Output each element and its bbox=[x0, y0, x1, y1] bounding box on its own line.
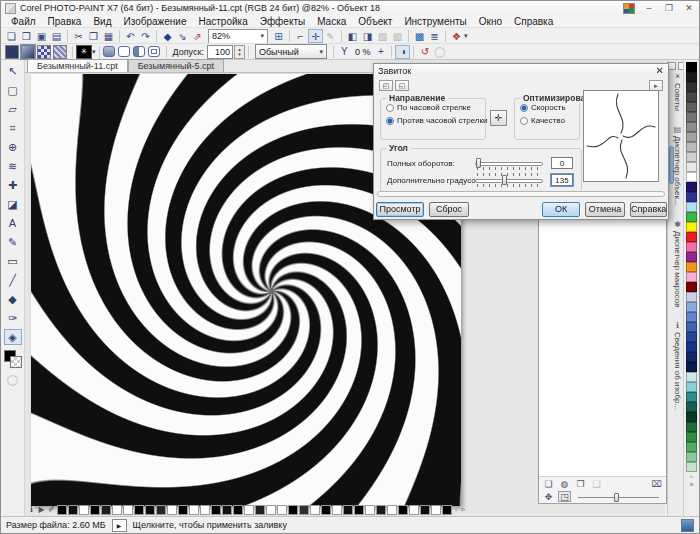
tab-document-1[interactable]: Безымянный-11.cpt bbox=[27, 59, 128, 72]
palette-overflow-icon[interactable]: » bbox=[461, 505, 465, 514]
dialog-title-bar[interactable]: Завиток ✕ bbox=[374, 64, 668, 77]
color-swatch[interactable] bbox=[686, 422, 697, 432]
docker-tab-macro-manager[interactable]: ✱ Диспетчер макросов bbox=[673, 220, 682, 308]
color-swatch[interactable] bbox=[686, 122, 697, 132]
color-swatch[interactable] bbox=[442, 505, 452, 515]
delete-object-button[interactable]: ⌧ bbox=[650, 478, 663, 489]
zoom-tool[interactable]: ⊕ bbox=[4, 139, 22, 155]
menu-item-window[interactable]: Окно bbox=[473, 16, 508, 27]
menu-item-object[interactable]: Объект bbox=[352, 16, 398, 27]
dialog-close-icon[interactable]: ✕ bbox=[656, 65, 664, 76]
color-swatch[interactable] bbox=[686, 352, 697, 362]
color-swatch[interactable] bbox=[189, 505, 199, 515]
color-swatch[interactable] bbox=[686, 262, 697, 272]
crop-tool[interactable]: ⌗ bbox=[4, 120, 22, 136]
print-icon[interactable]: ▤ bbox=[49, 29, 64, 43]
apply-arrow-icon[interactable]: ▶ bbox=[37, 505, 46, 514]
color-swatch[interactable] bbox=[686, 82, 697, 92]
launch-icon[interactable]: ❖ bbox=[449, 29, 464, 43]
radio-checked-icon[interactable] bbox=[386, 117, 394, 125]
fill-mode-normal-button[interactable] bbox=[103, 46, 115, 57]
cut-icon[interactable]: ✂ bbox=[71, 29, 86, 43]
menu-item-effects[interactable]: Эффекты bbox=[254, 16, 311, 27]
tolerance-spinner[interactable]: ▴ ▾ bbox=[234, 45, 245, 59]
menu-item-file[interactable]: Файл bbox=[5, 16, 42, 27]
color-swatch[interactable] bbox=[686, 372, 697, 382]
docker-tab-tips[interactable]: ☀ Советы bbox=[673, 72, 682, 111]
color-swatch[interactable] bbox=[686, 302, 697, 312]
color-swatch[interactable] bbox=[686, 462, 697, 472]
fill-dropdown-icon[interactable]: ▾ bbox=[92, 48, 96, 56]
color-swatch[interactable] bbox=[686, 112, 697, 122]
transparency-value[interactable]: 0 % bbox=[355, 47, 371, 57]
color-swatch[interactable] bbox=[112, 505, 122, 515]
color-swatch[interactable] bbox=[686, 452, 697, 462]
docker-tab-image-info[interactable]: ℹ Сведения об изобр... bbox=[673, 321, 682, 410]
color-swatch[interactable] bbox=[398, 505, 408, 515]
save-icon[interactable]: ▣ bbox=[34, 29, 49, 43]
preview-mode-1-button[interactable]: ◰ bbox=[379, 80, 393, 91]
info-icon[interactable]: ℹ bbox=[27, 505, 36, 514]
color-swatch[interactable] bbox=[686, 172, 697, 182]
text-tool[interactable]: А bbox=[4, 215, 22, 231]
interactive-fill-tool[interactable]: ◈ bbox=[4, 329, 22, 345]
radio-icon[interactable] bbox=[386, 104, 394, 112]
color-swatch[interactable] bbox=[123, 505, 133, 515]
color-swatch[interactable] bbox=[233, 505, 243, 515]
clip-mask-icon[interactable]: ◨ bbox=[360, 29, 375, 43]
tolerance-input[interactable]: 100 bbox=[207, 45, 233, 59]
background-color-swatch[interactable] bbox=[10, 356, 22, 368]
fill-mode-half-button[interactable] bbox=[133, 46, 145, 57]
eyedropper-icon[interactable]: ✐ bbox=[47, 505, 56, 514]
color-swatch[interactable] bbox=[686, 232, 697, 242]
color-swatch[interactable] bbox=[686, 152, 697, 162]
transform-button[interactable]: ✥ bbox=[542, 491, 555, 502]
fill-mode-hollow-button[interactable] bbox=[118, 46, 130, 57]
color-swatch[interactable] bbox=[686, 342, 697, 352]
color-swatch[interactable] bbox=[68, 505, 78, 515]
color-swatch[interactable] bbox=[288, 505, 298, 515]
show-mask-marquee-icon[interactable]: ⌐ bbox=[293, 29, 308, 43]
pick-from-image-button[interactable]: ✛ bbox=[490, 110, 507, 126]
minimize-button[interactable]: – bbox=[643, 3, 655, 13]
new-lens-button[interactable]: ◍ bbox=[558, 478, 571, 489]
color-swatch[interactable] bbox=[686, 132, 697, 142]
color-swatch[interactable] bbox=[255, 505, 265, 515]
clip-mask-button[interactable]: ◳ bbox=[558, 491, 571, 502]
degrees-slider-thumb[interactable] bbox=[502, 175, 507, 185]
color-swatch[interactable] bbox=[686, 212, 697, 222]
export-icon[interactable]: ⇗ bbox=[190, 29, 205, 43]
rotations-slider[interactable] bbox=[475, 157, 543, 169]
docker-collapse-button[interactable] bbox=[668, 62, 676, 70]
color-swatch[interactable] bbox=[686, 312, 697, 322]
color-swatch[interactable] bbox=[686, 412, 697, 422]
color-swatch[interactable] bbox=[686, 402, 697, 412]
color-swatch[interactable] bbox=[686, 272, 697, 282]
redo-icon[interactable]: ↷ bbox=[138, 29, 153, 43]
color-swatch[interactable] bbox=[57, 505, 67, 515]
object-from-mask-button[interactable]: ❐ bbox=[574, 478, 587, 489]
color-swatch[interactable] bbox=[686, 182, 697, 192]
color-swatch[interactable] bbox=[101, 505, 111, 515]
antialias-toggle-icon[interactable]: ◑ bbox=[395, 45, 410, 59]
preview-button[interactable]: Просмотр bbox=[376, 202, 424, 217]
docker-tab-object-manager[interactable]: ▤ Диспетчер объек... bbox=[673, 125, 682, 206]
color-swatch[interactable] bbox=[686, 142, 697, 152]
bitmap-fill-button[interactable] bbox=[37, 45, 51, 59]
healing-tool[interactable]: ✚ bbox=[4, 177, 22, 193]
color-swatch[interactable] bbox=[310, 505, 320, 515]
color-swatch[interactable] bbox=[686, 252, 697, 262]
color-swatch[interactable] bbox=[686, 242, 697, 252]
color-swatch[interactable] bbox=[409, 505, 419, 515]
radio-quality[interactable]: Качество bbox=[520, 116, 579, 125]
color-swatch[interactable] bbox=[343, 505, 353, 515]
menu-item-image[interactable]: Изображение bbox=[117, 16, 192, 27]
menu-item-edit[interactable]: Правка bbox=[42, 16, 88, 27]
merge-mode-select[interactable]: Обычный ▾ bbox=[255, 44, 327, 59]
color-swatch[interactable] bbox=[686, 222, 697, 232]
cancel-button[interactable]: Отмена bbox=[585, 202, 625, 217]
color-swatch[interactable] bbox=[686, 162, 697, 172]
new-document-icon[interactable]: ❏ bbox=[4, 29, 19, 43]
color-swatch[interactable] bbox=[321, 505, 331, 515]
color-swatch[interactable] bbox=[211, 505, 221, 515]
